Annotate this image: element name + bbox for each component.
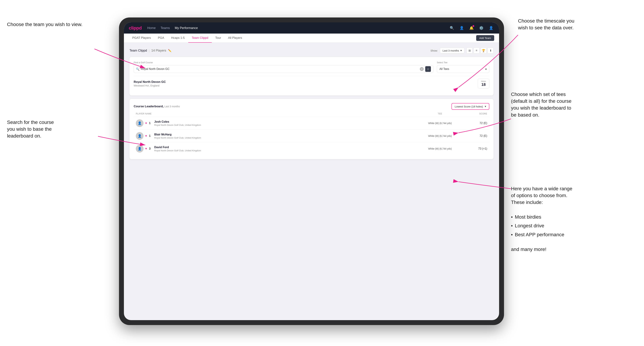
holes-number: 18: [481, 82, 486, 87]
player-club: Royal North Devon Golf Club, United King…: [154, 137, 418, 139]
show-bar: Show: Last 3 months ▾ ⊞ ≡ 🏆 ⬇: [430, 47, 494, 53]
bullet-2: Longest drive: [511, 221, 572, 230]
nav-home[interactable]: Home: [147, 26, 156, 30]
clear-search-button[interactable]: ✕: [420, 67, 424, 71]
leaderboard-subtitle: Last 3 months: [164, 105, 180, 108]
heart-icon[interactable]: ♥: [145, 147, 147, 150]
annotation-mid-left: Search for the courseyou wish to base th…: [7, 119, 54, 140]
show-value: Last 3 months: [442, 49, 459, 52]
tee-label: Select Tee: [437, 61, 489, 64]
tee-info: White (M) (6,744 yds): [417, 122, 463, 125]
rank: 1: [149, 134, 154, 138]
subnav-tabs: PGAT Players PGA Hcaps 1-5 Team Clippd T…: [129, 33, 476, 43]
show-dropdown[interactable]: Last 3 months ▾: [440, 48, 464, 53]
annotation-top-left: Choose the team you wish to view.: [7, 21, 82, 28]
avatar: 👤: [136, 132, 144, 140]
score-filter-label: Lowest Score (18 holes): [455, 105, 483, 108]
course-result: Royal North Devon GC Westward Ho!, Engla…: [134, 76, 489, 91]
annotation-bottom-right: Here you have a wide rangeof options to …: [511, 185, 572, 253]
find-course-label: Find a Golf Course: [134, 61, 433, 64]
bell-icon[interactable]: 🔔: [468, 25, 474, 31]
tablet-device: clippd Home Teams My Performance 🔍 👤 🔔 ⚙…: [119, 17, 504, 325]
table-row: 👤 ♥ 1 Josh Coles Royal North Devon Golf …: [134, 117, 489, 130]
score-info: 73 (+1): [463, 147, 487, 150]
course-search-card: Find a Golf Course 🔍 ✕ ☆ Select Tee All …: [130, 57, 494, 95]
grid-view-button[interactable]: ⊞: [466, 47, 472, 53]
tab-pga[interactable]: PGA: [154, 33, 168, 43]
show-label: Show:: [430, 49, 438, 52]
score-info: 72 (E): [463, 122, 487, 125]
table-row: 👤 ♥ 1 Blair McHarg Royal North Devon Gol…: [134, 130, 489, 142]
list-view-button[interactable]: ≡: [474, 47, 480, 53]
holes-label: Holes: [481, 80, 486, 82]
avatar: 👤: [136, 119, 144, 127]
col-player-name: PLAYER NAME: [136, 113, 417, 115]
rank: 1: [149, 122, 154, 125]
navbar: clippd Home Teams My Performance 🔍 👤 🔔 ⚙…: [124, 22, 499, 33]
player-count: 14 Players: [152, 49, 166, 52]
download-button[interactable]: ⬇: [488, 47, 494, 53]
search-input-wrap: 🔍 ✕ ☆: [134, 65, 433, 73]
tee-dropdown[interactable]: All Tees ▾: [437, 65, 489, 73]
bullet-1: Most birdies: [511, 213, 572, 221]
settings-icon[interactable]: ⚙️: [478, 25, 484, 31]
trophy-view-button[interactable]: 🏆: [480, 47, 486, 53]
search-icon[interactable]: 🔍: [449, 25, 455, 31]
tab-hcaps[interactable]: Hcaps 1-5: [168, 33, 188, 43]
course-info: Royal North Devon GC Westward Ho!, Engla…: [134, 80, 166, 87]
leaderboard-title: Course Leaderboard,: [134, 105, 164, 108]
tab-team-clippd[interactable]: Team Clippd: [188, 33, 212, 43]
tablet-screen: clippd Home Teams My Performance 🔍 👤 🔔 ⚙…: [124, 22, 499, 320]
tab-pgat-players[interactable]: PGAT Players: [129, 33, 154, 43]
player-club: Royal North Devon Golf Club, United King…: [154, 149, 418, 152]
table-header: PLAYER NAME TEE SCORE: [134, 113, 489, 115]
chevron-down-icon: ▾: [460, 49, 462, 52]
course-name: Royal North Devon GC: [134, 80, 166, 84]
avatar: 👤: [136, 145, 144, 153]
score-filter-dropdown[interactable]: Lowest Score (18 holes) ▾: [452, 103, 489, 110]
table-row: 👤 ♥ 3 David Ford Royal North Devon Golf …: [134, 142, 489, 155]
leaderboard-header: Course Leaderboard, Last 3 months Lowest…: [134, 103, 489, 110]
heart-icon[interactable]: ♥: [145, 134, 147, 138]
logo: clippd: [129, 25, 142, 31]
nav-teams[interactable]: Teams: [161, 26, 170, 30]
chevron-down-icon: ▾: [485, 67, 487, 71]
course-search-input[interactable]: [141, 67, 418, 71]
team-title: Team Clippd | 14 Players ✏️: [130, 49, 172, 52]
notification-badge: [472, 25, 474, 27]
subnav: PGAT Players PGA Hcaps 1-5 Team Clippd T…: [124, 33, 499, 43]
tee-col: Select Tee All Tees ▾: [437, 61, 489, 73]
leaderboard-title-wrap: Course Leaderboard, Last 3 months: [134, 105, 180, 108]
nav-my-performance[interactable]: My Performance: [175, 26, 198, 30]
bullet-3: Best APP performance: [511, 230, 572, 239]
nav-links: Home Teams My Performance: [147, 26, 449, 30]
course-location: Westward Ho!, England: [134, 84, 166, 87]
player-name: Josh Coles: [154, 120, 418, 123]
tee-info: White (M) (6,744 yds): [417, 147, 463, 150]
score-info: 72 (E): [463, 134, 487, 138]
leaderboard-table: PLAYER NAME TEE SCORE 👤 ♥ 1 Josh Coles R…: [134, 113, 489, 155]
tab-all-players[interactable]: All Players: [224, 33, 246, 43]
team-header: Team Clippd | 14 Players ✏️ Show: Last 3…: [130, 47, 494, 53]
player-name: Blair McHarg: [154, 133, 418, 136]
nav-icons: 🔍 👤 🔔 ⚙️ 👤: [449, 25, 494, 31]
main-content: Team Clippd | 14 Players ✏️ Show: Last 3…: [124, 43, 499, 168]
player-info: David Ford Royal North Devon Golf Club, …: [154, 146, 418, 152]
tab-tour[interactable]: Tour: [212, 33, 224, 43]
search-section: Find a Golf Course 🔍 ✕ ☆ Select Tee All …: [134, 61, 489, 73]
player-info: Blair McHarg Royal North Devon Golf Club…: [154, 133, 418, 139]
heart-icon[interactable]: ♥: [145, 122, 147, 125]
annotation-mid-right: Choose which set of tees(default is all)…: [511, 91, 572, 118]
player-name: David Ford: [154, 146, 418, 149]
tee-value: All Tees: [440, 67, 449, 71]
person-icon[interactable]: 👤: [458, 25, 465, 31]
favourite-button[interactable]: ☆: [425, 66, 431, 72]
col-score: SCORE: [463, 113, 487, 115]
add-team-button[interactable]: Add Team: [476, 35, 494, 41]
edit-icon[interactable]: ✏️: [168, 49, 172, 52]
tee-info: White (M) (6,744 yds): [417, 135, 463, 137]
rank: 3: [149, 147, 154, 150]
avatar-icon[interactable]: 👤: [488, 25, 494, 31]
chevron-down-icon: ▾: [485, 105, 486, 108]
team-name: Team Clippd: [130, 49, 147, 52]
